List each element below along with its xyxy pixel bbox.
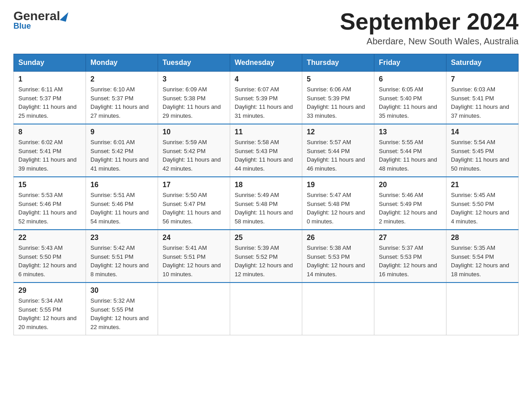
calendar-cell: 10Sunrise: 5:59 AMSunset: 5:42 PMDayligh… [158, 124, 230, 177]
calendar-cell [302, 283, 374, 335]
week-row-5: 29Sunrise: 5:34 AMSunset: 5:55 PMDayligh… [14, 283, 519, 335]
week-row-2: 8Sunrise: 6:02 AMSunset: 5:41 PMDaylight… [14, 124, 519, 177]
day-info: Sunrise: 6:05 AMSunset: 5:40 PMDaylight:… [379, 85, 442, 120]
calendar-cell: 12Sunrise: 5:57 AMSunset: 5:44 PMDayligh… [302, 124, 374, 177]
day-number: 14 [451, 128, 514, 136]
day-number: 27 [379, 234, 442, 242]
week-row-3: 15Sunrise: 5:53 AMSunset: 5:46 PMDayligh… [14, 177, 519, 230]
location-text: Aberdare, New South Wales, Australia [340, 36, 519, 47]
calendar-cell [446, 283, 519, 335]
col-header-friday: Friday [374, 54, 446, 72]
day-number: 10 [163, 128, 225, 136]
calendar-cell: 5Sunrise: 6:06 AMSunset: 5:39 PMDaylight… [302, 72, 374, 124]
calendar-cell: 3Sunrise: 6:09 AMSunset: 5:38 PMDaylight… [158, 72, 230, 124]
calendar-cell: 8Sunrise: 6:02 AMSunset: 5:41 PMDaylight… [14, 124, 86, 177]
day-number: 11 [235, 128, 297, 136]
day-number: 15 [18, 181, 81, 189]
day-info: Sunrise: 5:55 AMSunset: 5:44 PMDaylight:… [379, 138, 442, 173]
logo: General Blue [13, 9, 67, 31]
calendar-cell: 15Sunrise: 5:53 AMSunset: 5:46 PMDayligh… [14, 177, 86, 230]
calendar-cell: 19Sunrise: 5:47 AMSunset: 5:48 PMDayligh… [302, 177, 374, 230]
day-number: 12 [307, 128, 369, 136]
logo-triangle-icon [60, 11, 69, 22]
day-number: 25 [235, 234, 297, 242]
col-header-monday: Monday [86, 54, 158, 72]
day-number: 23 [90, 234, 153, 242]
col-header-saturday: Saturday [446, 54, 519, 72]
day-info: Sunrise: 5:57 AMSunset: 5:44 PMDaylight:… [307, 138, 369, 173]
calendar-cell: 21Sunrise: 5:45 AMSunset: 5:50 PMDayligh… [446, 177, 519, 230]
day-info: Sunrise: 5:54 AMSunset: 5:45 PMDaylight:… [451, 138, 514, 173]
day-number: 4 [235, 75, 297, 83]
day-number: 22 [18, 234, 81, 242]
day-info: Sunrise: 5:38 AMSunset: 5:53 PMDaylight:… [307, 244, 369, 278]
day-info: Sunrise: 5:34 AMSunset: 5:55 PMDaylight:… [18, 296, 81, 331]
calendar-cell: 14Sunrise: 5:54 AMSunset: 5:45 PMDayligh… [446, 124, 519, 177]
calendar-cell: 11Sunrise: 5:58 AMSunset: 5:43 PMDayligh… [230, 124, 302, 177]
calendar-cell [230, 283, 302, 335]
day-info: Sunrise: 5:43 AMSunset: 5:50 PMDaylight:… [18, 244, 81, 278]
day-info: Sunrise: 5:46 AMSunset: 5:49 PMDaylight:… [379, 191, 442, 226]
day-info: Sunrise: 6:11 AMSunset: 5:37 PMDaylight:… [18, 85, 81, 120]
day-info: Sunrise: 5:37 AMSunset: 5:53 PMDaylight:… [379, 244, 442, 278]
day-number: 21 [451, 181, 514, 189]
day-info: Sunrise: 5:49 AMSunset: 5:48 PMDaylight:… [235, 191, 297, 226]
logo-blue-text: Blue [13, 21, 31, 31]
day-info: Sunrise: 5:53 AMSunset: 5:46 PMDaylight:… [18, 191, 81, 226]
calendar-header-row: SundayMondayTuesdayWednesdayThursdayFrid… [14, 54, 519, 72]
day-info: Sunrise: 6:07 AMSunset: 5:39 PMDaylight:… [235, 85, 297, 120]
calendar-cell: 20Sunrise: 5:46 AMSunset: 5:49 PMDayligh… [374, 177, 446, 230]
day-number: 3 [163, 75, 225, 83]
week-row-1: 1Sunrise: 6:11 AMSunset: 5:37 PMDaylight… [14, 72, 519, 124]
day-info: Sunrise: 6:01 AMSunset: 5:42 PMDaylight:… [90, 138, 153, 173]
day-number: 26 [307, 234, 369, 242]
calendar-cell [374, 283, 446, 335]
day-info: Sunrise: 6:06 AMSunset: 5:39 PMDaylight:… [307, 85, 369, 120]
day-number: 19 [307, 181, 369, 189]
day-info: Sunrise: 6:02 AMSunset: 5:41 PMDaylight:… [18, 138, 81, 173]
calendar-cell: 16Sunrise: 5:51 AMSunset: 5:46 PMDayligh… [86, 177, 158, 230]
col-header-thursday: Thursday [302, 54, 374, 72]
day-number: 29 [18, 287, 81, 295]
day-number: 28 [451, 234, 514, 242]
calendar-cell: 9Sunrise: 6:01 AMSunset: 5:42 PMDaylight… [86, 124, 158, 177]
day-info: Sunrise: 5:35 AMSunset: 5:54 PMDaylight:… [451, 244, 514, 278]
day-number: 2 [90, 75, 153, 83]
day-number: 17 [163, 181, 225, 189]
calendar-cell: 24Sunrise: 5:41 AMSunset: 5:51 PMDayligh… [158, 230, 230, 283]
calendar-cell: 30Sunrise: 5:32 AMSunset: 5:55 PMDayligh… [86, 283, 158, 335]
day-info: Sunrise: 5:45 AMSunset: 5:50 PMDaylight:… [451, 191, 514, 226]
calendar-cell: 13Sunrise: 5:55 AMSunset: 5:44 PMDayligh… [374, 124, 446, 177]
day-number: 13 [379, 128, 442, 136]
day-info: Sunrise: 5:47 AMSunset: 5:48 PMDaylight:… [307, 191, 369, 226]
day-info: Sunrise: 6:09 AMSunset: 5:38 PMDaylight:… [163, 85, 225, 120]
calendar-cell: 27Sunrise: 5:37 AMSunset: 5:53 PMDayligh… [374, 230, 446, 283]
day-number: 8 [18, 128, 81, 136]
calendar-cell: 28Sunrise: 5:35 AMSunset: 5:54 PMDayligh… [446, 230, 519, 283]
day-info: Sunrise: 5:59 AMSunset: 5:42 PMDaylight:… [163, 138, 225, 173]
calendar-table: SundayMondayTuesdayWednesdayThursdayFrid… [13, 54, 519, 335]
day-info: Sunrise: 5:58 AMSunset: 5:43 PMDaylight:… [235, 138, 297, 173]
day-info: Sunrise: 5:39 AMSunset: 5:52 PMDaylight:… [235, 244, 297, 278]
calendar-cell: 18Sunrise: 5:49 AMSunset: 5:48 PMDayligh… [230, 177, 302, 230]
day-number: 7 [451, 75, 514, 83]
calendar-cell: 2Sunrise: 6:10 AMSunset: 5:37 PMDaylight… [86, 72, 158, 124]
calendar-cell: 23Sunrise: 5:42 AMSunset: 5:51 PMDayligh… [86, 230, 158, 283]
calendar-cell: 25Sunrise: 5:39 AMSunset: 5:52 PMDayligh… [230, 230, 302, 283]
day-number: 9 [90, 128, 153, 136]
day-number: 6 [379, 75, 442, 83]
title-area: September 2024 Aberdare, New South Wales… [340, 9, 519, 47]
day-info: Sunrise: 5:50 AMSunset: 5:47 PMDaylight:… [163, 191, 225, 226]
day-info: Sunrise: 5:51 AMSunset: 5:46 PMDaylight:… [90, 191, 153, 226]
calendar-cell: 22Sunrise: 5:43 AMSunset: 5:50 PMDayligh… [14, 230, 86, 283]
day-number: 5 [307, 75, 369, 83]
calendar-cell: 7Sunrise: 6:03 AMSunset: 5:41 PMDaylight… [446, 72, 519, 124]
day-number: 20 [379, 181, 442, 189]
col-header-wednesday: Wednesday [230, 54, 302, 72]
col-header-sunday: Sunday [14, 54, 86, 72]
calendar-cell: 26Sunrise: 5:38 AMSunset: 5:53 PMDayligh… [302, 230, 374, 283]
col-header-tuesday: Tuesday [158, 54, 230, 72]
page-header: General Blue September 2024 Aberdare, Ne… [13, 9, 519, 47]
calendar-cell: 1Sunrise: 6:11 AMSunset: 5:37 PMDaylight… [14, 72, 86, 124]
calendar-cell: 4Sunrise: 6:07 AMSunset: 5:39 PMDaylight… [230, 72, 302, 124]
